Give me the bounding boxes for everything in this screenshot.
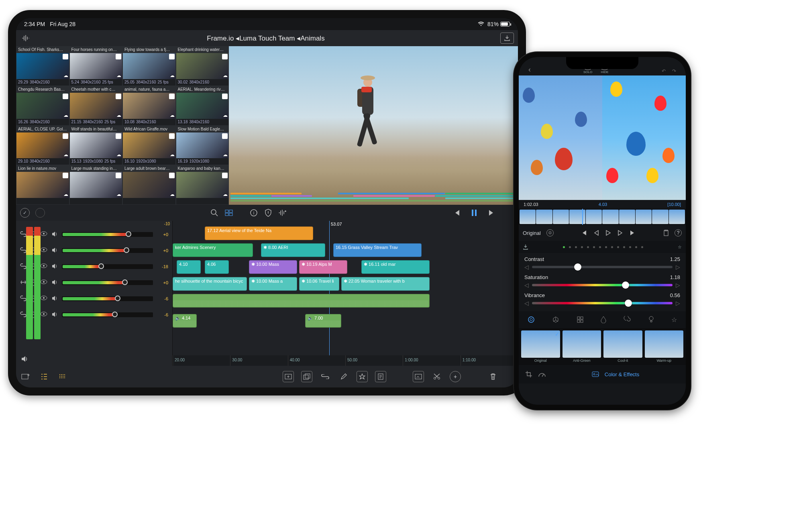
prev-button[interactable] (452, 208, 461, 217)
pause-button[interactable] (470, 208, 479, 217)
fx-3d-icon[interactable] (552, 316, 559, 323)
timeline-clip[interactable]: ✱ 8.00 AERI (261, 243, 325, 257)
preset-thumbnail[interactable]: Cool-it (603, 330, 642, 363)
slider-knob[interactable] (574, 263, 581, 271)
clip-item[interactable]: Slow Motion Bald Eagle…☁16.191920x1080 (176, 126, 229, 165)
track-mute-icon[interactable] (51, 296, 58, 302)
track-visibility-icon[interactable] (40, 247, 47, 254)
fx-spiral-icon[interactable] (624, 316, 631, 323)
help-icon[interactable]: ? (675, 229, 682, 236)
clip-item[interactable]: School Of Fish. Sharks…☁29.293840x2160 (16, 46, 69, 86)
breadcrumb[interactable]: Frame.io ◂Luma Touch Team ◂Animals (31, 34, 500, 43)
track-link-icon[interactable] (20, 279, 26, 286)
track-mute-icon[interactable] (51, 263, 58, 270)
clip-grid[interactable]: School Of Fish. Sharks…☁29.293840x2160Fo… (16, 46, 229, 205)
phone-preview[interactable] (519, 75, 686, 200)
track-visibility-icon[interactable] (40, 312, 47, 318)
volume-knob[interactable] (112, 312, 118, 317)
clip-item[interactable]: Wolf stands in beautiful…☁15.131920x1080… (69, 126, 123, 165)
phone-prev-button[interactable] (581, 230, 587, 236)
volume-knob[interactable] (126, 231, 131, 237)
clip-item[interactable]: AERIAL. Meandering riv…☁13.183840x2160 (176, 86, 229, 126)
add-clip-button[interactable] (283, 371, 294, 382)
track-volume-meter[interactable] (62, 232, 153, 237)
volume-knob[interactable] (115, 296, 120, 301)
link-button[interactable] (320, 371, 331, 382)
slider-decrease-icon[interactable]: ◁ (524, 300, 529, 306)
filmstrip-playhead[interactable] (582, 209, 583, 225)
phone-step-fwd-button[interactable] (618, 230, 623, 236)
slider-increase-icon[interactable]: ▷ (676, 282, 680, 288)
track-visibility-icon[interactable] (40, 296, 47, 302)
fx-grid-icon[interactable] (577, 316, 583, 323)
notes-button[interactable] (375, 371, 386, 382)
timeline-clip[interactable]: ✱ 10.06 Travel li (299, 277, 339, 291)
crop-icon[interactable] (525, 371, 532, 378)
timeline-clip[interactable]: 4.10 (177, 260, 201, 274)
track-volume-meter[interactable] (62, 296, 153, 301)
clip-item[interactable]: animal, nature, fauna a…☁10.083840x2160 (122, 86, 176, 126)
timeline-track[interactable]: 🔈 4.14🔈 7.00 (173, 313, 518, 328)
track-link-icon[interactable] (20, 263, 26, 270)
timeline-clip[interactable]: 16.15 Grass Valley Stream Trav (333, 243, 422, 257)
phone-next-button[interactable] (630, 230, 636, 236)
volume-knob[interactable] (122, 279, 128, 285)
timeline-clip[interactable]: 17.12 Aerial view of the Teide Na (205, 226, 313, 240)
track-link-icon[interactable] (20, 296, 26, 302)
track-mute-icon[interactable] (51, 312, 58, 318)
timeline-clip[interactable]: 🔈 7.00 (305, 314, 341, 328)
preset-thumbnail[interactable]: ✓Original (521, 330, 560, 363)
track-link-icon[interactable] (20, 312, 26, 318)
timeline-clip[interactable]: 4.06 (205, 260, 229, 274)
trash-button[interactable] (487, 371, 499, 382)
timeline-clip[interactable]: ker Admires Scenery (173, 243, 253, 257)
slider-track[interactable] (532, 302, 673, 304)
clip-item[interactable]: Large musk standing in…☁ (69, 165, 123, 205)
compare-icon[interactable]: ⦾ (546, 229, 554, 236)
track-visibility-icon[interactable] (40, 231, 47, 238)
select-all-button[interactable]: ✓ (20, 208, 30, 218)
redo-icon[interactable]: ↷ (672, 68, 676, 74)
timeline-ruler[interactable]: 20.0030.0040.0050.001:00.001:10.00 (173, 355, 518, 366)
track-volume-meter[interactable] (62, 264, 153, 269)
filter-icon[interactable] (224, 208, 233, 217)
shield-icon[interactable] (264, 208, 273, 217)
fx-blur-icon[interactable] (601, 316, 606, 323)
timeline-clip[interactable]: ✱ 10.00 Mass a (249, 277, 297, 291)
preview-viewer[interactable] (229, 46, 518, 205)
timeline-track[interactable]: ker Admires Scenery✱ 8.00 AERI16.15 Gras… (173, 243, 518, 258)
track-visibility-icon[interactable] (40, 263, 47, 270)
slider-decrease-icon[interactable]: ◁ (524, 264, 529, 270)
master-volume-icon[interactable] (20, 355, 29, 363)
clip-item[interactable]: AERIAL, CLOSE UP. Gol…☁29.103840x2160 (16, 126, 69, 165)
timeline-clip[interactable]: ✱ 10.00 Mass (249, 260, 297, 274)
timeline-clip[interactable]: 🔈 4.14 (173, 314, 197, 328)
volume-knob[interactable] (98, 263, 104, 269)
clip-item[interactable]: Cheetah mother with c…☁21.153840x216025 … (69, 86, 123, 126)
clip-item[interactable]: Large adult brown bear…☁ (122, 165, 176, 205)
timeline-track[interactable]: 4.104.06✱ 10.00 Mass✱ 10.19 Alps M✱ 16.1… (173, 259, 518, 275)
clip-item[interactable]: Elephant drinking water…☁30.023840x2160 (176, 46, 229, 86)
timeline-track[interactable]: 17.12 Aerial view of the Teide Na (173, 226, 518, 241)
favorite-button[interactable] (357, 371, 368, 382)
timeline-clip[interactable]: he silhouette of the mountain bicyc (173, 277, 247, 291)
preset-star-icon[interactable]: ☆ (678, 245, 682, 250)
preset-download-icon[interactable] (523, 244, 528, 250)
volume-knob[interactable] (124, 247, 129, 253)
clip-item[interactable]: Wild African Giraffe.mov☁16.101920x1080 (122, 126, 176, 165)
record-button[interactable] (35, 208, 45, 218)
next-button[interactable] (487, 208, 496, 217)
phone-step-back-button[interactable] (594, 230, 599, 236)
slider-track[interactable] (532, 284, 673, 286)
clip-item[interactable]: Lion lie in nature.mov☁ (16, 165, 69, 205)
slider-decrease-icon[interactable]: ◁ (524, 282, 529, 288)
search-icon[interactable] (210, 208, 219, 217)
preset-thumbnail[interactable]: Anti-Green (563, 330, 601, 363)
fx-light-icon[interactable] (648, 316, 654, 323)
back-icon[interactable]: ‹ (528, 65, 531, 74)
color-effects-label[interactable]: Color & Effects (605, 371, 639, 377)
track-visibility-icon[interactable] (40, 279, 47, 286)
waveform-icon[interactable] (20, 35, 31, 42)
slider-knob[interactable] (625, 300, 632, 307)
timeline-clip[interactable]: ✱ 22.05 Woman traveler with b (341, 277, 430, 291)
